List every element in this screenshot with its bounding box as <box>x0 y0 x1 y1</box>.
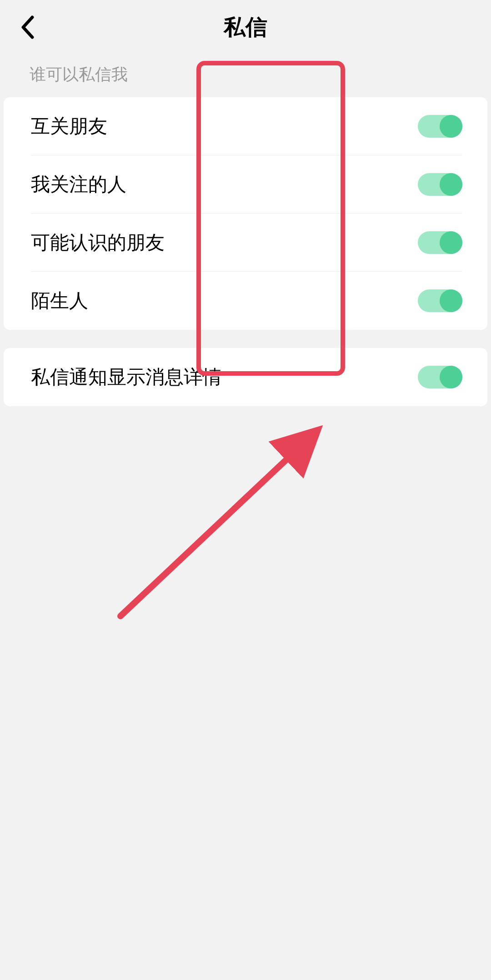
row-label: 陌生人 <box>31 288 88 313</box>
row-may-know: 可能认识的朋友 <box>4 214 487 272</box>
row-strangers: 陌生人 <box>4 272 487 330</box>
card-who-can-dm: 互关朋友 我关注的人 可能认识的朋友 陌生人 <box>4 97 487 330</box>
card-notification-detail: 私信通知显示消息详情 <box>4 348 487 406</box>
section-label-who-can-dm: 谁可以私信我 <box>0 55 491 97</box>
svg-line-1 <box>120 434 314 616</box>
row-label: 可能认识的朋友 <box>31 230 165 255</box>
row-label: 互关朋友 <box>31 114 107 139</box>
row-label: 私信通知显示消息详情 <box>31 364 222 390</box>
toggle-following[interactable] <box>418 173 462 196</box>
toggle-mutual-friends[interactable] <box>418 115 462 138</box>
toggle-may-know[interactable] <box>418 231 462 254</box>
toggle-show-message-detail[interactable] <box>418 366 462 388</box>
toggle-strangers[interactable] <box>418 289 462 312</box>
row-show-message-detail: 私信通知显示消息详情 <box>4 348 487 406</box>
page-title: 私信 <box>0 13 491 42</box>
row-label: 我关注的人 <box>31 172 126 197</box>
row-following: 我关注的人 <box>4 155 487 214</box>
chevron-left-icon <box>20 15 34 39</box>
header: 私信 <box>0 0 491 55</box>
row-mutual-friends: 互关朋友 <box>4 97 487 155</box>
back-button[interactable] <box>14 14 41 41</box>
spacer <box>0 330 491 348</box>
